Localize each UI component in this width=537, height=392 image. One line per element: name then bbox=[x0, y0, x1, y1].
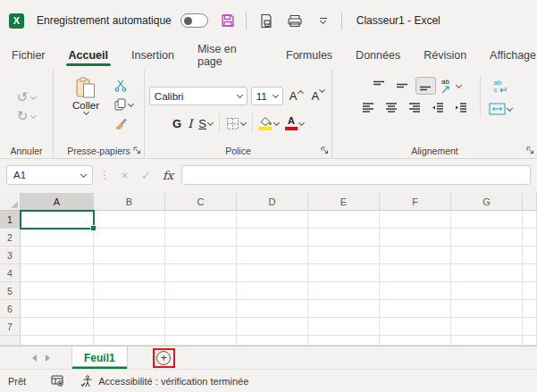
cell-E2[interactable] bbox=[308, 229, 380, 246]
font-size-select[interactable]: 11 bbox=[251, 87, 283, 105]
format-painter-button[interactable] bbox=[114, 116, 133, 130]
cell-D4[interactable] bbox=[237, 264, 308, 282]
customize-toolbar-button[interactable] bbox=[315, 12, 332, 29]
cell-C6[interactable] bbox=[165, 300, 237, 318]
italic-button[interactable]: I bbox=[188, 117, 192, 130]
cell-partial[interactable] bbox=[523, 336, 537, 346]
cell-E5[interactable] bbox=[308, 282, 380, 300]
name-box[interactable]: A1 bbox=[6, 165, 93, 185]
cell-C4[interactable] bbox=[165, 264, 237, 282]
cell-partial[interactable] bbox=[523, 300, 537, 318]
cell-G4[interactable] bbox=[451, 264, 523, 282]
cancel-button[interactable]: × bbox=[116, 169, 133, 182]
column-header-G[interactable]: G bbox=[451, 193, 523, 211]
cell-A3[interactable] bbox=[21, 246, 94, 264]
cell-E1[interactable] bbox=[308, 211, 380, 229]
presse-papiers-dialog-launcher[interactable] bbox=[133, 146, 141, 154]
underline-button[interactable]: S bbox=[198, 117, 213, 130]
cell-D6[interactable] bbox=[237, 300, 308, 318]
cell-G5[interactable] bbox=[451, 282, 523, 300]
cell-B5[interactable] bbox=[94, 282, 165, 300]
paste-button[interactable]: Coller bbox=[64, 77, 107, 143]
decrease-font-button[interactable]: A bbox=[309, 89, 328, 103]
cell-G7[interactable] bbox=[451, 318, 523, 336]
cell-F1[interactable] bbox=[380, 211, 451, 229]
row-header-6[interactable]: 6 bbox=[0, 300, 21, 318]
fill-color-button[interactable] bbox=[259, 116, 279, 130]
cell-F5[interactable] bbox=[380, 282, 451, 300]
tab-mise-en-page[interactable]: Mise en page bbox=[197, 38, 264, 72]
quick-print-button[interactable] bbox=[286, 12, 304, 29]
cell-A4[interactable] bbox=[21, 264, 94, 282]
merge-center-button[interactable] bbox=[489, 103, 512, 115]
increase-font-button[interactable]: A bbox=[287, 89, 306, 103]
formula-bar-grip[interactable]: ⋮ bbox=[99, 169, 110, 181]
select-all-button[interactable] bbox=[0, 193, 21, 211]
cell-F6[interactable] bbox=[380, 300, 451, 318]
cell-partial[interactable] bbox=[237, 336, 308, 346]
cell-B6[interactable] bbox=[94, 300, 165, 318]
cell-D1[interactable] bbox=[237, 211, 308, 229]
align-top-button[interactable] bbox=[369, 77, 390, 95]
column-header-E[interactable]: E bbox=[308, 193, 380, 211]
wrap-text-button[interactable]: ab c bbox=[489, 78, 512, 96]
cell-A1[interactable] bbox=[21, 211, 94, 229]
autosave-toggle[interactable] bbox=[180, 13, 208, 28]
save-button[interactable] bbox=[219, 12, 237, 29]
font-color-button[interactable]: A bbox=[285, 116, 304, 130]
cell-F2[interactable] bbox=[380, 229, 451, 246]
row-header-partial[interactable] bbox=[0, 336, 21, 346]
orientation-button[interactable]: ab bbox=[439, 77, 461, 95]
align-bottom-button[interactable] bbox=[415, 77, 436, 95]
cell-B7[interactable] bbox=[94, 318, 165, 336]
align-right-button[interactable] bbox=[405, 99, 425, 117]
cell-G1[interactable] bbox=[451, 211, 523, 229]
accessibility-status[interactable] bbox=[80, 375, 93, 388]
cell-partial[interactable] bbox=[523, 229, 537, 246]
row-header-3[interactable]: 3 bbox=[0, 246, 21, 264]
cell-partial[interactable] bbox=[523, 246, 537, 264]
previous-sheet-icon[interactable] bbox=[32, 354, 37, 362]
cell-F3[interactable] bbox=[380, 246, 451, 264]
cell-F7[interactable] bbox=[380, 318, 451, 336]
cell-E6[interactable] bbox=[308, 300, 380, 318]
cell-B1[interactable] bbox=[94, 211, 165, 229]
enter-button[interactable]: ✓ bbox=[138, 169, 155, 182]
cell-E7[interactable] bbox=[308, 318, 380, 336]
column-header-D[interactable]: D bbox=[237, 193, 308, 211]
cell-B4[interactable] bbox=[94, 264, 165, 282]
align-middle-button[interactable] bbox=[392, 77, 413, 95]
cell-C5[interactable] bbox=[165, 282, 237, 300]
cell-B2[interactable] bbox=[94, 229, 165, 246]
alignement-dialog-launcher[interactable] bbox=[526, 146, 534, 154]
cell-partial[interactable] bbox=[523, 211, 537, 229]
macro-record-button[interactable] bbox=[51, 375, 64, 387]
tab-insertion[interactable]: Insertion bbox=[130, 45, 175, 66]
print-preview-button[interactable] bbox=[257, 12, 275, 29]
increase-indent-button[interactable] bbox=[451, 99, 472, 117]
column-header-F[interactable]: F bbox=[380, 193, 451, 211]
column-header-C[interactable]: C bbox=[165, 193, 237, 211]
cell-partial[interactable] bbox=[523, 264, 537, 282]
cell-C1[interactable] bbox=[165, 211, 237, 229]
cell-G3[interactable] bbox=[451, 246, 523, 264]
cell-D3[interactable] bbox=[237, 246, 308, 264]
copy-button[interactable] bbox=[114, 97, 133, 112]
bold-button[interactable]: G bbox=[172, 117, 181, 130]
cell-F4[interactable] bbox=[380, 264, 451, 282]
tab-revision[interactable]: Révision bbox=[423, 45, 467, 66]
cell-E3[interactable] bbox=[308, 246, 380, 264]
cell-G2[interactable] bbox=[451, 229, 523, 246]
cell-D2[interactable] bbox=[237, 229, 308, 246]
tab-formules[interactable]: Formules bbox=[285, 45, 333, 66]
cell-G6[interactable] bbox=[451, 300, 523, 318]
cell-partial[interactable] bbox=[451, 336, 523, 346]
font-name-select[interactable]: Calibri bbox=[149, 87, 248, 105]
align-center-button[interactable] bbox=[382, 99, 402, 117]
cell-partial[interactable] bbox=[165, 336, 237, 346]
tab-donnees[interactable]: Données bbox=[355, 45, 401, 66]
row-header-1[interactable]: 1 bbox=[0, 211, 21, 229]
insert-function-button[interactable]: fx bbox=[159, 169, 177, 182]
column-header-partial[interactable] bbox=[523, 193, 537, 211]
next-sheet-icon[interactable] bbox=[46, 354, 50, 362]
